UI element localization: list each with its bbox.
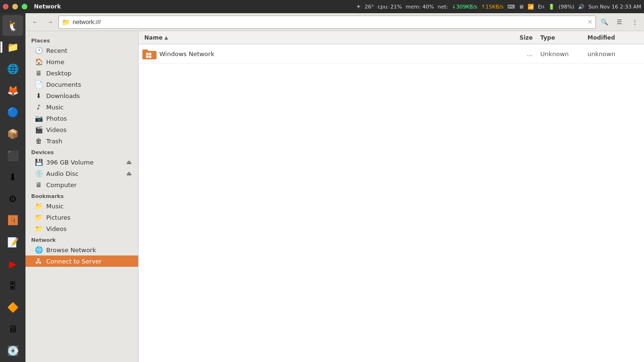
audio-disc-icon: 💿	[35, 170, 42, 177]
launcher-item-display[interactable]: 🖥	[2, 319, 23, 339]
launcher-item-mixer[interactable]: 🎛	[2, 275, 23, 296]
sidebar-item-home[interactable]: 🏠 Home	[25, 56, 138, 67]
connect-server-icon: 🖧	[35, 257, 42, 265]
sidebar-item-music[interactable]: ♪ Music	[25, 101, 138, 113]
minimize-window-btn[interactable]	[12, 4, 18, 9]
options-button[interactable]: ⋮	[628, 16, 641, 29]
taskbar: Network ☀ 26° cpu: 21% mem: 40% net: ↓30…	[0, 0, 644, 13]
launcher-item-terminal[interactable]: ⬛	[2, 145, 23, 166]
launcher-item-youtube[interactable]: ▶	[2, 254, 23, 274]
launcher-item-ubuntu[interactable]: 🐧	[2, 15, 23, 36]
downloader-icon: ⬇	[9, 172, 17, 183]
sidebar-item-volume[interactable]: 💾 396 GB Volume ⏏	[25, 156, 138, 168]
sidebar-item-videos[interactable]: 🎬 Videos	[25, 124, 138, 135]
mixer-icon: 🎛	[8, 280, 17, 291]
svg-rect-2	[146, 53, 149, 55]
address-clear-icon[interactable]: ✕	[587, 18, 593, 25]
temp-label: 26°	[364, 4, 374, 10]
volume-drive-icon: 💾	[35, 158, 42, 166]
eject-volume-button[interactable]: ⏏	[125, 159, 132, 165]
table-row[interactable]: Windows Network ... Unknown unknown	[139, 44, 644, 64]
forward-button[interactable]: →	[43, 16, 57, 29]
sidebar-item-label: Music	[46, 203, 64, 210]
col-name-header[interactable]: Name ▲	[139, 34, 503, 41]
sidebar-item-bk-videos[interactable]: 📁 Videos	[25, 223, 138, 234]
firefox-icon: 🦊	[7, 85, 19, 96]
maximize-window-btn[interactable]	[22, 4, 27, 9]
launcher-item-chrome[interactable]: 🔵	[2, 102, 23, 123]
sidebar-item-label: 396 GB Volume	[46, 159, 93, 166]
sidebar-item-label: Videos	[46, 126, 66, 133]
places-header: Places	[25, 35, 138, 45]
launcher-item-downloader[interactable]: ⬇	[2, 167, 23, 188]
sidebar-item-label: Trash	[46, 138, 62, 145]
sidebar-item-photos[interactable]: 📷 Photos	[25, 113, 138, 124]
bk-pictures-icon: 📁	[35, 214, 42, 221]
launcher-item-files[interactable]: 📁	[2, 37, 23, 58]
videos-icon: 🎬	[35, 126, 42, 133]
music-icon: ♪	[35, 103, 42, 111]
sidebar-item-trash[interactable]: 🗑 Trash	[25, 135, 138, 147]
sidebar-item-computer[interactable]: 🖥 Computer	[25, 179, 138, 190]
bookmarks-header: Bookmarks	[25, 190, 138, 200]
launcher-item-settings[interactable]: ⚙	[2, 189, 23, 209]
file-manager-window: ← → 📁 ✕ 🔍 ☰ ⋮ Places 🕐 Recent 🏠 Home 🖥	[25, 13, 644, 362]
sidebar-item-browse-network[interactable]: 🌐 Browse Network	[25, 244, 138, 255]
sidebar-item-label: Desktop	[46, 70, 72, 77]
content-area: Places 🕐 Recent 🏠 Home 🖥 Desktop 📄 Docum…	[25, 31, 644, 362]
address-bar[interactable]: 📁 ✕	[58, 16, 596, 29]
taskbar-right: ☀ 26° cpu: 21% mem: 40% net: ↓309KB/s ↑1…	[356, 4, 641, 10]
sidebar-item-recent[interactable]: 🕐 Recent	[25, 45, 138, 56]
window-title: Network	[34, 3, 61, 10]
menu-button[interactable]: ☰	[613, 16, 626, 29]
sidebar: Places 🕐 Recent 🏠 Home 🖥 Desktop 📄 Docum…	[25, 31, 139, 362]
network-header: Network	[25, 234, 138, 244]
sidebar-item-documents[interactable]: 📄 Documents	[25, 79, 138, 90]
launcher-item-notes[interactable]: 📝	[2, 232, 23, 253]
launcher-item-disk[interactable]: 💽	[2, 340, 23, 361]
back-button[interactable]: ←	[28, 16, 41, 29]
launcher-item-vlc[interactable]: 🔶	[2, 297, 23, 318]
lang-label: En	[538, 4, 545, 10]
bk-videos-icon: 📁	[35, 225, 42, 232]
launcher-item-browser[interactable]: 🌐	[2, 58, 23, 79]
eject-disc-button[interactable]: ⏏	[125, 170, 132, 177]
sidebar-item-downloads[interactable]: ⬇ Downloads	[25, 90, 138, 101]
sidebar-item-audio-disc[interactable]: 💿 Audio Disc ⏏	[25, 168, 138, 179]
net-label: net:	[438, 4, 448, 10]
svg-rect-5	[149, 56, 151, 58]
sidebar-item-label: Audio Disc	[46, 170, 79, 177]
wifi-icon: 📶	[528, 4, 534, 10]
search-button[interactable]: 🔍	[598, 16, 611, 29]
launcher-item-vbox[interactable]: 📦	[2, 123, 23, 144]
sort-arrow-icon: ▲	[165, 35, 168, 40]
computer-icon: 🖥	[35, 181, 42, 189]
file-list-header: Name ▲ Size Type Modified	[139, 31, 644, 44]
address-input[interactable]	[73, 18, 585, 25]
sidebar-item-desktop[interactable]: 🖥 Desktop	[25, 67, 138, 79]
notes-icon: 📝	[7, 237, 19, 248]
downloads-icon: ⬇	[35, 92, 42, 99]
toolbar: ← → 📁 ✕ 🔍 ☰ ⋮	[25, 13, 644, 31]
launcher-item-firefox[interactable]: 🦊	[2, 80, 23, 101]
address-folder-icon: 📁	[62, 18, 70, 26]
file-list: Windows Network ... Unknown unknown	[139, 44, 644, 362]
browser-icon: 🌐	[7, 63, 19, 74]
close-window-btn[interactable]	[3, 4, 8, 9]
devices-header: Devices	[25, 147, 138, 156]
sidebar-item-bk-music[interactable]: 📁 Music	[25, 200, 138, 212]
col-type-header[interactable]: Type	[540, 34, 587, 41]
launcher-item-appstore[interactable]: 🅰	[2, 210, 23, 231]
sidebar-item-connect-to-server[interactable]: 🖧 Connect to Server	[25, 255, 138, 267]
net-up-label: ↑15KB/s	[481, 4, 504, 10]
vbox-icon: 📦	[7, 128, 19, 140]
keyboard-icon: ⌨	[507, 4, 515, 10]
weather-icon: ☀	[356, 4, 361, 10]
home-icon: 🏠	[35, 58, 42, 66]
sidebar-item-label: Videos	[46, 225, 66, 232]
col-size-header[interactable]: Size	[503, 34, 540, 41]
sidebar-item-bk-pictures[interactable]: 📁 Pictures	[25, 212, 138, 223]
col-modified-header[interactable]: Modified	[587, 34, 644, 41]
disk-icon: 💽	[7, 345, 19, 356]
documents-icon: 📄	[35, 81, 42, 88]
